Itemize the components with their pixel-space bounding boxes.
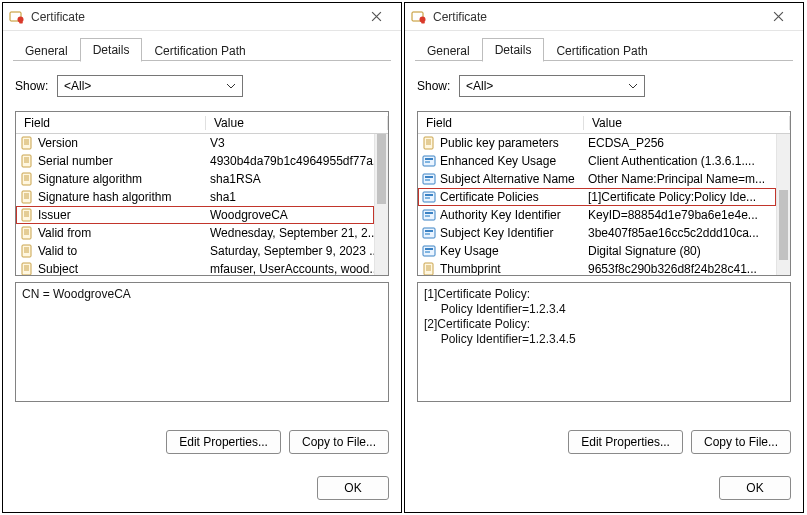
row-field-text: Thumbprint bbox=[440, 262, 501, 275]
table-row[interactable]: Subject Key Identifier3be407f85ae16cc5c2… bbox=[418, 224, 776, 242]
column-header-value[interactable]: Value bbox=[584, 116, 790, 130]
extension-icon bbox=[422, 226, 436, 240]
property-icon bbox=[422, 262, 436, 275]
property-icon bbox=[20, 172, 34, 186]
table-row[interactable]: Subjectmfauser, UserAccounts, wood... bbox=[16, 260, 374, 275]
show-dropdown[interactable]: <All> bbox=[459, 75, 645, 97]
close-button[interactable] bbox=[357, 5, 395, 29]
table-row[interactable]: Subject Alternative NameOther Name:Princ… bbox=[418, 170, 776, 188]
chevron-down-icon bbox=[628, 83, 638, 89]
show-dropdown-value: <All> bbox=[64, 79, 91, 93]
svg-point-35 bbox=[420, 16, 426, 22]
ok-button[interactable]: OK bbox=[719, 476, 791, 500]
row-field-text: Public key parameters bbox=[440, 136, 559, 150]
row-value: [1]Certificate Policy:Policy Ide... bbox=[584, 190, 776, 204]
table-row[interactable]: Public key parametersECDSA_P256 bbox=[418, 134, 776, 152]
extension-icon bbox=[422, 208, 436, 222]
show-dropdown-value: <All> bbox=[466, 79, 493, 93]
column-header-field[interactable]: Field bbox=[16, 116, 206, 130]
row-value: mfauser, UserAccounts, wood... bbox=[206, 262, 374, 275]
extension-icon bbox=[422, 190, 436, 204]
detail-line: Policy Identifier=1.2.3.4 bbox=[424, 302, 784, 317]
svg-rect-10 bbox=[22, 173, 31, 185]
tab-general[interactable]: General bbox=[415, 40, 482, 62]
certificate-dialog-left: Certificate General Details Certificatio… bbox=[2, 2, 402, 513]
certificate-icon bbox=[9, 9, 25, 25]
svg-rect-26 bbox=[22, 245, 31, 257]
property-icon bbox=[422, 136, 436, 150]
property-icon bbox=[20, 226, 34, 240]
row-field: Authority Key Identifier bbox=[418, 208, 584, 222]
tab-certification-path[interactable]: Certification Path bbox=[544, 40, 659, 62]
copy-to-file-button[interactable]: Copy to File... bbox=[691, 430, 791, 454]
scrollbar-thumb[interactable] bbox=[779, 190, 788, 260]
titlebar: Certificate bbox=[3, 3, 401, 31]
edit-properties-button[interactable]: Edit Properties... bbox=[166, 430, 281, 454]
row-field-text: Signature hash algorithm bbox=[38, 190, 171, 204]
show-dropdown[interactable]: <All> bbox=[57, 75, 243, 97]
tab-strip: General Details Certification Path bbox=[405, 35, 803, 61]
row-field: Public key parameters bbox=[418, 136, 584, 150]
row-field-text: Certificate Policies bbox=[440, 190, 539, 204]
content-area: General Details Certification Path Show:… bbox=[3, 31, 401, 466]
scrollbar[interactable] bbox=[374, 134, 388, 275]
property-icon bbox=[20, 262, 34, 275]
show-label: Show: bbox=[417, 79, 451, 93]
table-row[interactable]: Key UsageDigital Signature (80) bbox=[418, 242, 776, 260]
detail-textbox[interactable]: CN = WoodgroveCA bbox=[15, 282, 389, 402]
table-row[interactable]: IssuerWoodgroveCA bbox=[16, 206, 374, 224]
ok-button[interactable]: OK bbox=[317, 476, 389, 500]
row-value: KeyID=88854d1e79ba6e1e4e... bbox=[584, 208, 776, 222]
tab-general[interactable]: General bbox=[13, 40, 80, 62]
grid-body: Public key parametersECDSA_P256Enhanced … bbox=[418, 134, 790, 275]
row-value: sha1RSA bbox=[206, 172, 374, 186]
window-title: Certificate bbox=[433, 10, 759, 24]
svg-rect-2 bbox=[22, 137, 31, 149]
row-field: Subject Alternative Name bbox=[418, 172, 584, 186]
svg-rect-47 bbox=[425, 194, 433, 196]
table-row[interactable]: VersionV3 bbox=[16, 134, 374, 152]
svg-rect-50 bbox=[425, 212, 433, 214]
table-row[interactable]: Enhanced Key UsageClient Authentication … bbox=[418, 152, 776, 170]
detail-textbox[interactable]: [1]Certificate Policy: Policy Identifier… bbox=[417, 282, 791, 402]
tab-certification-path[interactable]: Certification Path bbox=[142, 40, 257, 62]
row-field-text: Authority Key Identifier bbox=[440, 208, 561, 222]
row-field: Valid to bbox=[16, 244, 206, 258]
row-field-text: Issuer bbox=[38, 208, 71, 222]
tab-strip: General Details Certification Path bbox=[3, 35, 401, 61]
table-row[interactable]: Serial number4930b4da79b1c4964955df77a..… bbox=[16, 152, 374, 170]
edit-properties-button[interactable]: Edit Properties... bbox=[568, 430, 683, 454]
svg-rect-51 bbox=[425, 215, 430, 217]
svg-point-1 bbox=[18, 16, 24, 22]
scrollbar[interactable] bbox=[776, 134, 790, 275]
tab-details[interactable]: Details bbox=[482, 38, 545, 62]
row-value: Client Authentication (1.3.6.1.... bbox=[584, 154, 776, 168]
table-row[interactable]: Signature algorithmsha1RSA bbox=[16, 170, 374, 188]
svg-rect-14 bbox=[22, 191, 31, 203]
extension-icon bbox=[422, 244, 436, 258]
row-field: Thumbprint bbox=[418, 262, 584, 275]
copy-to-file-button[interactable]: Copy to File... bbox=[289, 430, 389, 454]
button-row: Edit Properties... Copy to File... bbox=[15, 430, 389, 458]
table-row[interactable]: Thumbprint9653f8c290b326d8f24b28c41... bbox=[418, 260, 776, 275]
grid-body: VersionV3Serial number4930b4da79b1c49649… bbox=[16, 134, 388, 275]
close-button[interactable] bbox=[759, 5, 797, 29]
table-row[interactable]: Certificate Policies[1]Certificate Polic… bbox=[418, 188, 776, 206]
detail-line: [2]Certificate Policy: bbox=[424, 317, 784, 332]
row-value: Digital Signature (80) bbox=[584, 244, 776, 258]
table-row[interactable]: Valid fromWednesday, September 21, 2... bbox=[16, 224, 374, 242]
table-row[interactable]: Valid toSaturday, September 9, 2023 ... bbox=[16, 242, 374, 260]
tab-details[interactable]: Details bbox=[80, 38, 143, 62]
scrollbar-thumb[interactable] bbox=[377, 134, 386, 204]
row-value: 9653f8c290b326d8f24b28c41... bbox=[584, 262, 776, 275]
column-header-field[interactable]: Field bbox=[418, 116, 584, 130]
tab-panel-details: Show: <All> Field Value VersionV3Serial … bbox=[3, 61, 401, 466]
table-row[interactable]: Signature hash algorithmsha1 bbox=[16, 188, 374, 206]
property-icon bbox=[20, 208, 34, 222]
table-row[interactable]: Authority Key IdentifierKeyID=88854d1e79… bbox=[418, 206, 776, 224]
detail-line: Policy Identifier=1.2.3.4.5 bbox=[424, 332, 784, 347]
row-field: Subject Key Identifier bbox=[418, 226, 584, 240]
column-header-value[interactable]: Value bbox=[206, 116, 388, 130]
svg-rect-6 bbox=[22, 155, 31, 167]
row-value: WoodgroveCA bbox=[206, 208, 374, 222]
